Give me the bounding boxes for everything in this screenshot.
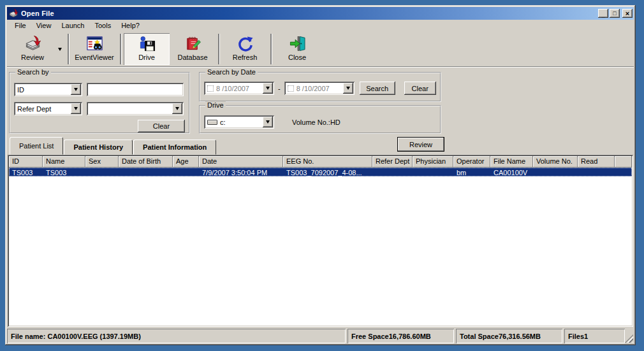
column-header[interactable]: File Name bbox=[490, 156, 533, 168]
date-range-separator: - bbox=[278, 85, 281, 92]
toolbar-button-refresh[interactable]: Refresh bbox=[222, 33, 268, 65]
table-cell bbox=[533, 168, 578, 176]
toolbar-button-label: EventViewer bbox=[75, 54, 114, 61]
tab-label: Patient History bbox=[73, 143, 123, 151]
toolbar-button-label: Review bbox=[21, 54, 44, 61]
toolbar-button-label: Refresh bbox=[233, 54, 258, 61]
drive-title: Drive bbox=[205, 101, 226, 109]
date-to-picker[interactable]: 8 /10/2007 bbox=[284, 82, 355, 95]
close-icon: × bbox=[626, 10, 629, 17]
column-header[interactable]: Date of Birth bbox=[119, 156, 173, 168]
window-title: Open File bbox=[21, 10, 54, 17]
review-dropdown-arrow[interactable] bbox=[55, 33, 64, 65]
table-cell: TS003_7092007_4-08... bbox=[283, 168, 372, 176]
table-row[interactable]: TS003TS0037/9/2007 3:50:04 PMTS003_70920… bbox=[9, 168, 632, 176]
search-type-2-value: Refer Dept bbox=[17, 105, 71, 113]
drive-glyph-icon bbox=[207, 120, 217, 125]
column-header[interactable]: ID bbox=[9, 156, 43, 168]
drive-select[interactable]: c: bbox=[204, 115, 274, 129]
open-file-window: Open File _ □ × File View Launch Tools H… bbox=[5, 5, 636, 345]
search-value-2-select[interactable] bbox=[87, 102, 184, 115]
app-icon bbox=[8, 8, 18, 18]
toolbar-separator bbox=[68, 34, 69, 64]
review-icon bbox=[24, 35, 41, 52]
menu-file[interactable]: File bbox=[10, 20, 31, 31]
button-label: Search bbox=[366, 85, 388, 92]
column-header[interactable]: Name bbox=[43, 156, 85, 168]
tab-patient-information[interactable]: Patient Information bbox=[133, 140, 216, 155]
maximize-icon: □ bbox=[613, 11, 616, 17]
column-header[interactable]: Date bbox=[199, 156, 283, 168]
column-header[interactable]: Sex bbox=[85, 156, 119, 168]
tab-patient-history[interactable]: Patient History bbox=[64, 140, 133, 155]
date-from-picker[interactable]: 8 /10/2007 bbox=[204, 82, 274, 95]
tab-strip: Patient List Patient History Patient Inf… bbox=[7, 136, 634, 155]
toolbar-separator bbox=[218, 34, 219, 64]
column-header[interactable]: Refer Dept bbox=[372, 156, 413, 168]
menu-help[interactable]: Help? bbox=[116, 20, 145, 31]
column-header[interactable]: Age bbox=[173, 156, 199, 168]
resize-grip[interactable] bbox=[627, 329, 634, 343]
status-bar: File name: CA00100V.EEG (1397.19MB) Free… bbox=[7, 329, 634, 343]
toolbar-button-label: Drive bbox=[138, 54, 155, 61]
dropdown-button[interactable] bbox=[263, 117, 273, 127]
toolbar-separator bbox=[270, 34, 272, 64]
minimize-button[interactable]: _ bbox=[598, 9, 608, 18]
search-clear-button[interactable]: Clear bbox=[138, 120, 185, 133]
toolbar-button-drive[interactable]: Drive bbox=[124, 33, 170, 65]
search-area: Search by ID Refer Dept bbox=[7, 67, 634, 136]
patient-table: IDNameSexDate of BirthAgeDateEEG No.Refe… bbox=[8, 155, 633, 327]
column-header[interactable]: Read bbox=[578, 156, 615, 168]
search-type-1-value: ID bbox=[17, 86, 71, 94]
toolbar-button-database[interactable]: Database bbox=[170, 33, 216, 65]
column-header[interactable]: Volume No. bbox=[533, 156, 578, 168]
table-body: TS003TS0037/9/2007 3:50:04 PMTS003_70920… bbox=[9, 168, 632, 176]
refresh-icon bbox=[237, 35, 254, 52]
toolbar-button-review[interactable]: Review bbox=[10, 33, 55, 65]
menu-tools[interactable]: Tools bbox=[89, 20, 116, 31]
dropdown-button[interactable] bbox=[343, 83, 353, 94]
dropdown-button[interactable] bbox=[172, 103, 182, 114]
table-cell bbox=[413, 168, 453, 176]
review-button[interactable]: Review bbox=[397, 137, 444, 152]
dropdown-button[interactable] bbox=[71, 103, 81, 114]
button-label: Review bbox=[409, 141, 432, 148]
search-type-2-select[interactable]: Refer Dept bbox=[14, 102, 82, 115]
date-from-checkbox[interactable] bbox=[207, 85, 214, 92]
column-header[interactable]: Physician bbox=[413, 156, 453, 168]
menu-view[interactable]: View bbox=[31, 20, 57, 31]
search-value-1-input[interactable] bbox=[87, 83, 184, 96]
search-type-1-select[interactable]: ID bbox=[14, 83, 82, 96]
column-header[interactable]: EEG No. bbox=[283, 156, 372, 168]
table-cell bbox=[372, 168, 413, 176]
chevron-down-icon bbox=[346, 87, 350, 90]
date-search-button[interactable]: Search bbox=[360, 82, 395, 95]
date-from-value: 8 /10/2007 bbox=[216, 85, 263, 92]
minimize-icon: _ bbox=[601, 13, 604, 18]
table-cell: TS003 bbox=[9, 168, 43, 176]
toolbar-button-close[interactable]: Close bbox=[274, 33, 320, 65]
drive-selected-value: c: bbox=[220, 118, 263, 126]
close-button[interactable]: × bbox=[622, 9, 633, 18]
search-by-date-group: Search by Date 8 /10/2007 - 8 /10/2007 bbox=[199, 72, 441, 102]
tab-label: Patient Information bbox=[143, 143, 207, 151]
date-to-checkbox[interactable] bbox=[288, 85, 294, 92]
status-free-space: Free Space16,786.60MB bbox=[348, 329, 454, 343]
menu-launch[interactable]: Launch bbox=[56, 20, 89, 31]
dropdown-button[interactable] bbox=[263, 83, 273, 94]
search-by-group: Search by ID Refer Dept bbox=[9, 72, 190, 134]
table-cell bbox=[119, 168, 173, 176]
maximize-button[interactable]: □ bbox=[610, 9, 620, 18]
date-clear-button[interactable]: Clear bbox=[404, 82, 436, 95]
table-cell: CA00100V bbox=[490, 168, 533, 176]
chevron-down-icon bbox=[175, 107, 179, 110]
tab-patient-list[interactable]: Patient List bbox=[10, 137, 63, 155]
table-cell: TS003 bbox=[43, 168, 85, 176]
table-cell bbox=[578, 168, 615, 176]
event-viewer-icon bbox=[86, 35, 103, 52]
dropdown-button[interactable] bbox=[71, 84, 81, 95]
column-header[interactable]: Operator bbox=[453, 156, 490, 168]
status-text: Total Space76,316.56MB bbox=[460, 333, 541, 340]
toolbar-button-eventviewer[interactable]: EventViewer bbox=[71, 33, 117, 65]
chevron-down-icon bbox=[266, 120, 270, 124]
